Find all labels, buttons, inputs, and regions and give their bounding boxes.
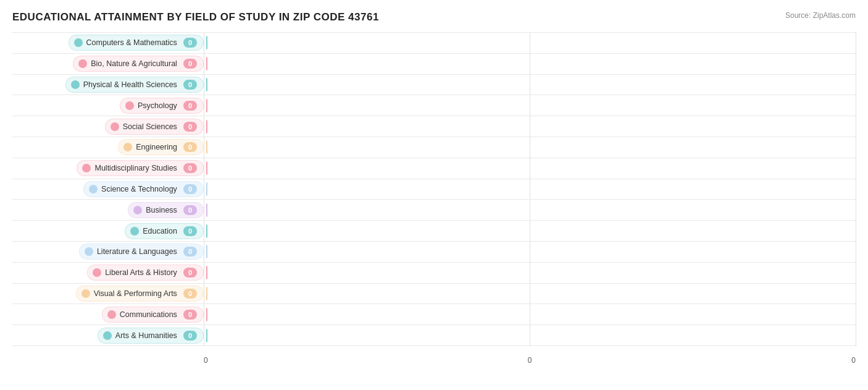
bar-row — [204, 179, 856, 200]
label-pill: Arts & Humanities0 — [98, 328, 204, 344]
bar-fill — [206, 120, 207, 134]
bar-fill — [206, 182, 207, 196]
bar-fill — [206, 36, 207, 49]
chart-header: EDUCATIONAL ATTAINMENT BY FIELD OF STUDY… — [12, 11, 856, 23]
bar-row — [204, 221, 856, 242]
label-row: Psychology0 — [12, 95, 204, 116]
label-dot — [78, 59, 87, 68]
value-badge: 0 — [183, 59, 197, 69]
y-axis: Computers & Mathematics0Bio, Nature & Ag… — [12, 32, 204, 346]
label-dot — [85, 247, 93, 256]
label-pill: Multidisciplinary Studies0 — [77, 160, 204, 176]
label-dot — [103, 331, 112, 340]
label-dot — [123, 143, 132, 151]
label-text: Social Sciences — [123, 122, 177, 131]
label-pill: Computers & Mathematics0 — [69, 35, 204, 51]
label-text: Business — [146, 206, 177, 214]
bar-row — [204, 304, 856, 325]
value-badge: 0 — [183, 226, 197, 236]
bar-fill — [206, 57, 207, 70]
label-text: Bio, Nature & Agricultural — [91, 59, 177, 68]
label-text: Psychology — [138, 101, 177, 110]
label-dot — [133, 206, 142, 214]
label-pill: Business0 — [128, 202, 204, 218]
value-badge: 0 — [183, 331, 197, 341]
x-axis-label: 0 — [528, 356, 532, 365]
label-pill: Engineering0 — [118, 139, 204, 155]
label-pill: Social Sciences0 — [105, 119, 204, 135]
label-pill: Visual & Performing Arts0 — [76, 286, 204, 302]
label-text: Engineering — [136, 143, 177, 151]
bar-fill — [206, 224, 207, 238]
label-pill: Physical & Health Sciences0 — [65, 77, 204, 93]
label-dot — [107, 310, 116, 319]
label-row: Social Sciences0 — [12, 116, 204, 137]
label-dot — [89, 185, 98, 193]
label-row: Literature & Languages0 — [12, 242, 204, 263]
label-row: Arts & Humanities0 — [12, 325, 204, 346]
label-pill: Science & Technology0 — [83, 181, 204, 197]
chart-title: EDUCATIONAL ATTAINMENT BY FIELD OF STUDY… — [12, 11, 379, 23]
label-pill: Education0 — [125, 223, 204, 239]
label-row: Computers & Mathematics0 — [12, 32, 204, 54]
value-badge: 0 — [183, 101, 197, 111]
value-badge: 0 — [183, 289, 197, 299]
label-text: Communications — [120, 310, 177, 319]
label-text: Education — [143, 227, 177, 235]
label-dot — [130, 227, 139, 235]
label-row: Business0 — [12, 200, 204, 221]
bar-row — [204, 263, 856, 284]
bar-fill — [206, 287, 207, 300]
bar-fill — [206, 78, 207, 91]
label-row: Engineering0 — [12, 137, 204, 158]
bar-row — [204, 137, 856, 158]
label-dot — [111, 122, 119, 131]
label-row: Science & Technology0 — [12, 179, 204, 200]
label-text: Literature & Languages — [97, 247, 177, 256]
bar-fill — [206, 140, 207, 154]
chart-source: Source: ZipAtlas.com — [785, 11, 856, 20]
bar-fill — [206, 245, 207, 258]
bar-fill — [206, 308, 207, 321]
bar-row — [204, 284, 856, 305]
label-pill: Communications0 — [102, 307, 204, 323]
label-pill: Psychology0 — [120, 98, 204, 114]
label-pill: Liberal Arts & History0 — [87, 265, 204, 281]
label-dot — [71, 80, 80, 89]
value-badge: 0 — [183, 163, 197, 173]
label-row: Visual & Performing Arts0 — [12, 284, 204, 305]
value-badge: 0 — [183, 247, 197, 256]
label-pill: Literature & Languages0 — [79, 244, 204, 260]
label-row: Education0 — [12, 221, 204, 242]
value-badge: 0 — [183, 184, 197, 194]
x-axis-label: 0 — [204, 356, 208, 365]
label-dot — [74, 38, 83, 47]
label-dot — [125, 101, 134, 110]
bar-fill — [206, 329, 207, 342]
value-badge: 0 — [183, 205, 197, 215]
bar-row — [204, 32, 856, 54]
value-badge: 0 — [183, 142, 197, 152]
label-text: Visual & Performing Arts — [94, 289, 177, 298]
label-row: Multidisciplinary Studies0 — [12, 158, 204, 179]
label-row: Bio, Nature & Agricultural0 — [12, 54, 204, 75]
label-dot — [82, 164, 91, 172]
chart-body: Computers & Mathematics0Bio, Nature & Ag… — [12, 32, 856, 346]
value-badge: 0 — [183, 310, 197, 320]
label-text: Physical & Health Sciences — [83, 80, 177, 89]
label-dot — [81, 289, 90, 298]
bar-fill — [206, 99, 207, 112]
value-badge: 0 — [183, 80, 197, 90]
bar-fill — [206, 266, 207, 279]
label-text: Liberal Arts & History — [105, 268, 177, 277]
label-text: Science & Technology — [101, 185, 177, 193]
label-pill: Bio, Nature & Agricultural0 — [73, 56, 204, 72]
x-axis-labels: 000 — [204, 356, 856, 365]
label-dot — [93, 268, 101, 277]
label-row: Physical & Health Sciences0 — [12, 75, 204, 96]
value-badge: 0 — [183, 268, 197, 278]
value-badge: 0 — [183, 122, 197, 132]
label-text: Arts & Humanities — [115, 331, 177, 340]
bar-row — [204, 54, 856, 75]
bar-fill — [206, 161, 207, 175]
